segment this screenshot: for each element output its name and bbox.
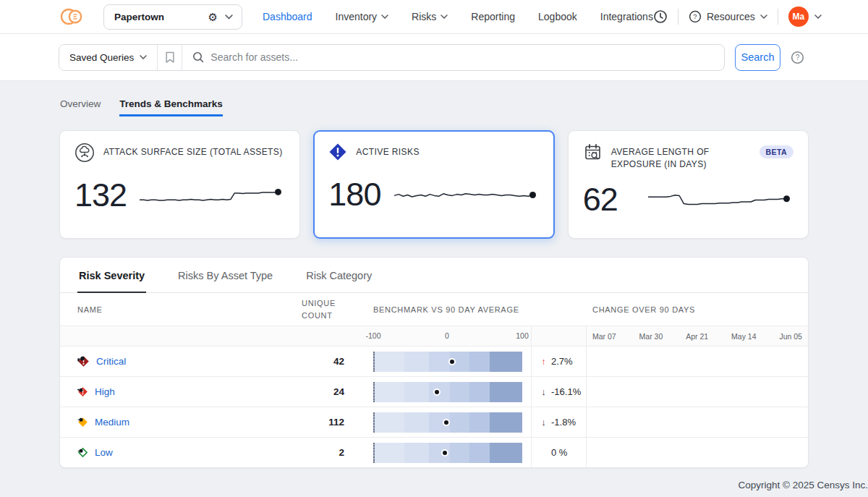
change-percent: 0 % xyxy=(551,447,567,458)
column-header-name: NAME xyxy=(60,293,281,326)
nav-item-integrations[interactable]: Integrations xyxy=(600,11,653,22)
date-axis-label: Mar 07 xyxy=(592,332,616,341)
nav-item-label: Integrations xyxy=(600,11,653,22)
bookmark-button[interactable] xyxy=(158,45,182,70)
dashboard-content: OverviewTrends & Benchmarks ATTACK SURFA… xyxy=(59,98,809,491)
org-name: Papertown xyxy=(114,12,164,22)
risk-row-high: High 24 ↓ -16.1% xyxy=(60,376,808,407)
gear-icon[interactable]: ⚙ xyxy=(208,12,218,22)
column-header-benchmark: BENCHMARK VS 90 DAY AVERAGE xyxy=(354,293,531,326)
stat-card-average-length-of-exposure-in-[interactable]: AVERAGE LENGTH OF EXPOSURE (IN DAYS) BET… xyxy=(568,130,809,239)
org-selector[interactable]: Papertown ⚙ xyxy=(103,4,242,30)
date-axis-label: Mar 30 xyxy=(639,332,663,341)
panel-tab-risk-severity[interactable]: Risk Severity xyxy=(77,258,146,293)
beta-badge: BETA xyxy=(760,145,793,158)
panel-tab-risk-category[interactable]: Risk Category xyxy=(305,258,373,293)
high-severity-icon xyxy=(77,386,88,397)
change-percent: 2.7% xyxy=(551,356,573,367)
row-sparkline xyxy=(592,440,802,466)
search-icon xyxy=(192,51,204,63)
medium-severity-icon xyxy=(77,417,88,428)
stat-card-attack-surface-size-total-asse[interactable]: ATTACK SURFACE SIZE (TOTAL ASSETS) 132 xyxy=(59,130,300,239)
benchmark-axis: -1000100 xyxy=(373,326,522,346)
risk-link-medium[interactable]: Medium xyxy=(77,417,129,428)
history-clock-button[interactable] xyxy=(653,9,668,24)
bookmark-icon xyxy=(165,51,175,64)
unique-count-value: 112 xyxy=(328,417,344,428)
panel-tabs: Risk SeverityRisks By Asset TypeRisk Cat… xyxy=(60,258,808,293)
nav-item-logbook[interactable]: Logbook xyxy=(538,11,577,22)
top-navigation-bar: Papertown ⚙ DashboardInventoryRisksRepor… xyxy=(0,0,868,34)
panel-tab-risks-by-asset-type[interactable]: Risks By Asset Type xyxy=(176,258,274,293)
row-sparkline xyxy=(592,409,802,436)
resources-menu[interactable]: ? Resources xyxy=(689,10,767,23)
main-nav: DashboardInventoryRisksReportingLogbookI… xyxy=(263,11,653,22)
nav-item-dashboard[interactable]: Dashboard xyxy=(263,11,312,22)
stat-card-active-risks[interactable]: ACTIVE RISKS 180 xyxy=(313,130,554,239)
axis-row: -1000100 Mar 07Mar 30Apr 21May 14Jun 05 xyxy=(60,326,808,346)
page-footer: Copyright © 2025 Censys Inc. xyxy=(119,478,868,491)
stat-cards: ATTACK SURFACE SIZE (TOTAL ASSETS) 132 A… xyxy=(59,130,809,239)
critical-severity-icon xyxy=(77,355,90,368)
unique-count-value: 2 xyxy=(339,447,344,458)
card-value: 62 xyxy=(583,181,618,218)
benchmark-bar xyxy=(373,382,522,402)
card-sparkline xyxy=(647,179,792,221)
card-sparkline xyxy=(139,174,284,216)
chevron-down-icon xyxy=(760,14,767,19)
benchmark-bar xyxy=(373,443,522,463)
chevron-down-icon xyxy=(140,55,147,59)
risk-rows: Critical 42 ↑ 2.7% High 24 xyxy=(60,346,808,467)
unique-count-value: 24 xyxy=(333,386,344,397)
column-header-change-spacer xyxy=(531,293,587,326)
avatar[interactable]: Ma xyxy=(788,7,809,27)
risk-link-critical[interactable]: Critical xyxy=(77,355,126,368)
search-help-button[interactable]: ? xyxy=(791,51,804,64)
nav-item-label: Dashboard xyxy=(263,11,312,22)
nav-item-reporting[interactable]: Reporting xyxy=(471,11,515,22)
active-risks-icon xyxy=(328,143,347,161)
risk-link-low[interactable]: Low xyxy=(77,447,113,458)
saved-queries-dropdown[interactable]: Saved Queries xyxy=(59,45,158,70)
search-group: Saved Queries xyxy=(59,44,725,71)
card-header: AVERAGE LENGTH OF EXPOSURE (IN DAYS) BET… xyxy=(583,144,793,171)
card-label: ATTACK SURFACE SIZE (TOTAL ASSETS) xyxy=(103,144,285,158)
benchmark-bar xyxy=(373,412,522,433)
help-circle-icon: ? xyxy=(791,51,804,64)
change-percent: -1.8% xyxy=(551,417,576,428)
risk-link-high[interactable]: High xyxy=(77,386,115,397)
risk-row-low: Low 2 0 % xyxy=(60,437,808,467)
date-axis-label: Jun 05 xyxy=(779,332,802,341)
saved-queries-label: Saved Queries xyxy=(69,52,134,63)
risk-benchmarks-panel: Risk SeverityRisks By Asset TypeRisk Cat… xyxy=(59,257,809,468)
topbar-right: ? Resources Ma xyxy=(653,7,822,27)
user-menu[interactable]: Ma xyxy=(788,7,822,27)
date-axis-label: Apr 21 xyxy=(686,332,708,341)
table-header-row: NAME UNIQUE COUNT BENCHMARK VS 90 DAY AV… xyxy=(60,293,808,326)
nav-item-inventory[interactable]: Inventory xyxy=(336,11,389,22)
benchmark-dot xyxy=(443,419,450,426)
risk-name: Medium xyxy=(95,417,129,428)
date-axis: Mar 07Mar 30Apr 21May 14Jun 05 xyxy=(587,326,808,346)
nav-item-risks[interactable]: Risks xyxy=(412,11,448,22)
exposure-calendar-icon xyxy=(583,143,603,162)
copyright-text: Copyright © 2025 Censys Inc. xyxy=(738,480,868,490)
divider xyxy=(678,9,678,25)
column-header-change: CHANGE OVER 90 DAYS xyxy=(587,293,808,326)
card-header: ACTIVE RISKS xyxy=(328,144,539,161)
card-sparkline xyxy=(393,174,538,216)
benchmark-axis-label: 0 xyxy=(445,331,449,340)
arrow-down-icon: ↓ xyxy=(540,386,548,397)
risk-name: Critical xyxy=(96,356,126,367)
change-percent: -16.1% xyxy=(551,386,581,397)
chevron-down-icon xyxy=(814,14,822,19)
card-label: ACTIVE RISKS xyxy=(356,144,539,158)
help-circle-icon: ? xyxy=(689,10,702,23)
card-label: AVERAGE LENGTH OF EXPOSURE (IN DAYS) xyxy=(611,144,751,171)
card-value: 132 xyxy=(75,177,127,214)
benchmark-axis-label: -100 xyxy=(365,331,380,340)
search-button[interactable]: Search xyxy=(735,44,780,71)
tab-overview[interactable]: Overview xyxy=(60,98,101,116)
tab-trends-benchmarks[interactable]: Trends & Benchmarks xyxy=(119,98,223,116)
search-input[interactable] xyxy=(210,51,714,63)
